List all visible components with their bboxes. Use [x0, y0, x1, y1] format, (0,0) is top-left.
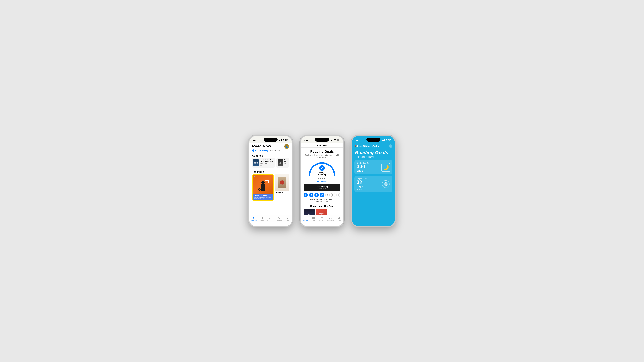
book-title-1: Atomic Habits: An Easy & Proven Way...: [260, 159, 274, 163]
tab-icon-bookstore-2: [320, 217, 324, 220]
tab-bookstore-2[interactable]: Book Store: [318, 217, 326, 222]
p3-main-title: Reading Goals: [352, 149, 395, 156]
tab-search-1[interactable]: Search: [283, 217, 292, 221]
louise-cover[interactable]: LOUISEPENNYTHEPATIENT: [304, 209, 315, 215]
goal-badge: ✓ Today's Reading Goal achieved: [249, 149, 292, 153]
check-icon: ✓: [252, 149, 254, 152]
book-card-1[interactable]: ATOMICHABITS Atomic Habits: An Easy & Pr…: [252, 158, 275, 168]
tab-icon-search-2: [338, 217, 340, 220]
tab-library-2[interactable]: Library: [309, 217, 318, 221]
book-author-1: James Clear: [260, 163, 274, 164]
dynamic-island-2: [315, 138, 329, 142]
tab-search-2[interactable]: Search: [335, 217, 343, 221]
book-info-2: The Sil... 67%: [284, 159, 288, 166]
books-badge-text: Books 2023 Year in Review: [357, 145, 379, 147]
close-button[interactable]: ✕: [389, 144, 392, 148]
tab-read-now-1[interactable]: Read Now: [249, 217, 258, 221]
svg-rect-24: [312, 217, 313, 219]
circle-shape: [258, 188, 261, 191]
tab-label-read-now-1: Read Now: [250, 220, 256, 221]
book-card-2[interactable]: THESILE... The Sil... 67%: [276, 158, 289, 168]
tab-label-library-1: Library: [260, 220, 264, 221]
p2-main: Reading Goals Read every day, see your s…: [301, 148, 343, 215]
tab-read-now-2[interactable]: Read Now: [301, 217, 309, 221]
stat-value-0: 300: [357, 164, 381, 169]
rg-title: Reading Goals: [304, 150, 340, 153]
tab-icon-audiobooks-1: [278, 217, 280, 220]
tab-library-1[interactable]: Library: [258, 217, 266, 221]
tab-icon-bookstore-1: [269, 217, 272, 220]
signal-icon-2: [331, 139, 333, 141]
book-shape: [265, 180, 268, 183]
day-dot-m: M: [309, 193, 313, 197]
audiobooks-title: Audiobooks: [275, 191, 289, 193]
keep-reading-btn[interactable]: Keep Reading Fourth Wing: [304, 184, 340, 191]
svg-rect-19: [333, 139, 333, 141]
adjust-goal[interactable]: Adjust Goal ›: [317, 180, 327, 182]
tab-label-search-2: Search: [337, 220, 341, 221]
keep-reading-sub: Fourth Wing: [305, 188, 339, 189]
phone3-screen: 📚 Books 2023 Year in Review ✕ Reading Go…: [352, 143, 395, 222]
book-progress-1: 56%: [260, 165, 274, 166]
svg-rect-38: [388, 139, 390, 140]
featured-caption: Your Year in Review Celebrate all the bo…: [252, 194, 273, 200]
keep-reading-main: Keep Reading: [305, 185, 339, 188]
svg-line-47: [388, 182, 388, 182]
tab-label-bookstore-2: Book Store: [319, 220, 325, 222]
svg-rect-26: [314, 217, 315, 219]
battery-icon-1: [286, 139, 288, 141]
status-icons-3: [382, 139, 391, 141]
svg-rect-5: [288, 140, 288, 140]
phone-1: 9:41 Read Now 👤 ✓ Today's Reading: [248, 135, 293, 227]
day-dot-s: S: [304, 193, 308, 197]
books-logo: 📚 Books: [254, 175, 259, 177]
svg-line-15: [288, 218, 288, 219]
stats-grid: Reading Goal Met 300 days 🌙 Longest Stre…: [352, 160, 395, 194]
featured-cover: 📚 Books: [252, 175, 273, 194]
featured-book[interactable]: 📚 Books Your Year in Review Celebrate al…: [252, 174, 274, 201]
home-indicator-1: [249, 222, 292, 226]
svg-point-13: [279, 218, 280, 219]
figure-body: [261, 183, 265, 191]
svg-line-48: [383, 186, 384, 187]
more-btn-1[interactable]: •••: [272, 159, 274, 161]
educ-inner: [278, 177, 286, 188]
tab-icon-audiobooks-2: [329, 217, 332, 220]
svg-point-28: [330, 218, 330, 219]
tab-bar-2: Read Now Library Book Store Audiobooks: [301, 215, 343, 222]
top-picks-title: Top Picks: [249, 169, 292, 174]
stat-date-1: Sept 3 – Oct 2: [357, 188, 381, 190]
tab-bookstore-1[interactable]: Book Store: [266, 217, 275, 222]
svg-rect-1: [280, 140, 280, 141]
day-dot-s2: S: [336, 193, 340, 197]
gauge-container: ✓ Today's Reading 21 minutes Adjust Goal…: [304, 160, 340, 182]
stat-unit-0: days: [357, 169, 381, 172]
featured-art: [258, 177, 268, 191]
featured-caption-sub: Celebrate all the books you've read or l…: [254, 197, 272, 200]
gauge-svg-wrapper: ✓ Today's Reading: [307, 160, 337, 177]
svg-rect-3: [281, 139, 282, 141]
tab-label-audiobooks-2: Audiobooks: [327, 220, 334, 221]
home-indicator-2: [301, 222, 343, 226]
atomic-cover: ATOMICHABITS: [253, 159, 258, 166]
svg-rect-22: [337, 139, 339, 140]
tab-audiobooks-1[interactable]: Audiobooks: [275, 217, 283, 221]
avatar-1[interactable]: 👤: [284, 144, 289, 149]
books-year-title: Books Read This Year: [304, 205, 340, 207]
phone1-screen: Read Now 👤 ✓ Today's Reading Goal achiev…: [249, 143, 292, 215]
svg-rect-9: [262, 217, 262, 219]
continue-books: ATOMICHABITS Atomic Habits: An Easy & Pr…: [249, 158, 292, 169]
day-dot-f: F: [331, 193, 335, 197]
tab-audiobooks-2[interactable]: Audiobooks: [326, 217, 335, 221]
books-this-year: Books Read This Year LOUISEPENNYTHEPATIE…: [304, 204, 340, 215]
featured-caption-title: Your Year in Review: [254, 195, 272, 197]
audiobooks-card[interactable]: Audiobooks Suggestions b... you've purch…: [275, 174, 289, 201]
stat-row-0: Reading Goal Met 300 days 🌙: [354, 160, 392, 174]
svg-rect-33: [383, 140, 383, 141]
lessons-cover[interactable]: LESSONSINCHEMISTRY: [316, 209, 327, 215]
svg-line-45: [383, 182, 384, 182]
day-dot-t: T: [314, 193, 319, 197]
tab-label-search-1: Search: [286, 220, 290, 221]
svg-point-12: [278, 218, 279, 219]
time-1: 9:41: [253, 139, 256, 141]
